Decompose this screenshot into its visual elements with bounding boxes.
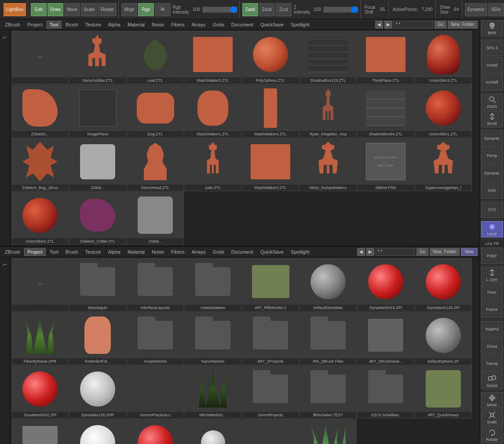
tool-new-folder-button[interactable]: New Folder: [448, 21, 478, 29]
menu-item-fibers-tool[interactable]: Fibers: [168, 21, 188, 29]
tool-item-zsketch3[interactable]: ZSket...: [127, 192, 184, 245]
mrgb-button[interactable]: Mrgb: [121, 3, 137, 16]
dynamic-button[interactable]: Dynamic: [481, 130, 503, 146]
proj-item-ir5[interactable]: IR5_ZBrush Files: [299, 312, 357, 365]
tool-item-thickplane[interactable]: ThickPlane.ZTL: [357, 31, 414, 84]
rgb-intensity-slider[interactable]: [202, 7, 237, 13]
actual-button[interactable]: Actual: [481, 57, 503, 73]
tool-item-superaverage[interactable]: SuperAverageMan_l: [415, 138, 472, 191]
local-button[interactable]: Local: [481, 221, 503, 237]
zoom-button[interactable]: Zoom: [481, 94, 503, 110]
proj-item-groomsh[interactable]: GroomPracticeSh: [242, 419, 299, 444]
transp-button[interactable]: Transp: [481, 355, 503, 371]
tool-item-zsketch-bug[interactable]: ZSketch_Bug_JDrus: [11, 138, 69, 191]
menu-item-quicksave-proj[interactable]: QuickSave: [257, 248, 287, 256]
menu-item-quicksave-tool[interactable]: QuickSave: [257, 21, 287, 29]
menu-item-project-tool[interactable]: Project: [24, 21, 45, 29]
zcut-button[interactable]: Zcut: [276, 3, 292, 16]
tool-item-demohead[interactable]: DemoHead.ZTL: [127, 138, 184, 191]
menu-item-spotlight-proj[interactable]: Spotlight: [288, 248, 313, 256]
menu-item-alpha-proj[interactable]: Alpha: [105, 248, 124, 256]
menu-item-grids-tool[interactable]: Grids: [209, 21, 227, 29]
tool-item-nickz[interactable]: Nickz_humanMaleAv: [299, 138, 357, 191]
menu-item-project-proj[interactable]: Project: [24, 248, 45, 256]
tool-nav-next[interactable]: ▶: [384, 21, 392, 29]
zadd-button[interactable]: Zadd: [242, 3, 258, 16]
proj-nav-prev[interactable]: ◀: [357, 248, 365, 256]
menu-item-grids-proj[interactable]: Grids: [209, 248, 227, 256]
scale-button[interactable]: Scale: [81, 3, 97, 16]
tool-item-demosoldier[interactable]: DemoSoldier.ZTL: [69, 31, 126, 84]
tool-item-ryan[interactable]: Ryan_Kingslien_Ana: [299, 84, 357, 138]
proj-nav-next[interactable]: ▶: [366, 248, 374, 256]
proj-item-quickheavy[interactable]: 4R7_QuickHeavy: [415, 365, 472, 419]
tool-nav-prev[interactable]: ◀: [375, 21, 383, 29]
tool-search-input[interactable]: [394, 21, 433, 29]
menu-item-material-tool[interactable]: Material: [124, 21, 148, 29]
spix3-button[interactable]: SPix 3: [481, 40, 503, 56]
proj-item-multifibers[interactable]: MultiFibers.Z...: [299, 419, 357, 444]
move-right-button[interactable]: Move: [481, 392, 503, 408]
proj-item-demoprojects[interactable]: DemoProjects: [242, 365, 299, 419]
tool-item-unionskin1[interactable]: UnionSkin1.ZTL: [415, 84, 472, 138]
proj-item-arbeit[interactable]: Arbeitsdateien: [184, 258, 241, 311]
proj-item-defaultwax[interactable]: DefaultWaxSphe: [69, 419, 126, 444]
proj-item-defaultdyna[interactable]: DefaultDynaWax: [299, 258, 357, 311]
tool-item-imageplane[interactable]: ImagePlane: [69, 84, 126, 138]
proj-new-folder-button[interactable]: New Folder: [430, 248, 460, 256]
proj-item-dynam128[interactable]: DynaMesh128.ZPl: [415, 258, 472, 311]
proj-item-dotdot[interactable]: .. ..: [11, 258, 69, 311]
proj-item-defaultsphere[interactable]: DefaultSphere.ZP: [415, 312, 472, 365]
tool-go-button[interactable]: Go: [435, 21, 446, 29]
menu-item-brush-tool[interactable]: Brush: [62, 21, 81, 29]
proj-item-dynam016[interactable]: DynaMesh016.ZPl: [357, 258, 414, 311]
menu-item-material-proj[interactable]: Material: [124, 248, 148, 256]
scale-right-button[interactable]: Scale: [481, 409, 503, 426]
menu-item-noise-tool[interactable]: Noise: [149, 21, 167, 29]
menu-item-arrays-proj[interactable]: Arrays: [189, 248, 209, 256]
proj-item-zprojects[interactable]: 4R7_ZProjects: [242, 312, 299, 365]
tool-item-polysphere[interactable]: PolySphere.ZTL: [242, 31, 299, 84]
rotate-right-button[interactable]: Rotate: [481, 426, 503, 443]
totalpo-button[interactable]: TotalPoi: [481, 321, 503, 337]
xpose-button[interactable]: Xpose: [481, 373, 503, 389]
tool-item-matchmaker3[interactable]: MatchMaker3.ZTL: [184, 31, 241, 84]
z-intensity-slider[interactable]: [323, 7, 358, 13]
tool-item-dotdot[interactable]: .. ..: [11, 31, 69, 84]
proj-item-arraymeshes[interactable]: ArrayMeshes: [127, 312, 184, 365]
floor-button[interactable]: Floor: [481, 284, 503, 300]
tool-item-sbref[interactable]: BACK FRONT—BOTTOM SBRef.PSD: [357, 138, 414, 191]
proj-item-interface[interactable]: InterfaceLayouts: [127, 258, 184, 311]
tool-item-unionskin3[interactable]: UnionSkin3.ZTL: [415, 31, 472, 84]
menu-item-document-tool[interactable]: Document: [228, 21, 256, 29]
menu-item-alpha-tool[interactable]: Alpha: [105, 21, 124, 29]
menu-item-spotlight-tool[interactable]: Spotlight: [288, 21, 313, 29]
menu-item-zbrush-tool[interactable]: ZBrush: [2, 21, 23, 29]
proj-item-dynam032[interactable]: DynaMesh032.ZPl: [11, 365, 69, 419]
proj-item-zbrushsear[interactable]: 4R7_ZBrushSear...: [357, 312, 414, 365]
menu-item-fibers-proj[interactable]: Fibers: [168, 248, 188, 256]
proj-item-groomlc[interactable]: GroomPracticeLc: [127, 365, 184, 419]
draw-button[interactable]: Draw: [47, 3, 63, 16]
persp-button[interactable]: Persp: [481, 148, 503, 164]
tool-item-shadowbox128[interactable]: ShadowBox128.ZTL: [299, 31, 357, 84]
polyf-button[interactable]: PolyF: [481, 247, 503, 264]
proj-item-rifle[interactable]: 4R7_RifleModel.Z: [242, 258, 299, 311]
proj-item-ffelschalen[interactable]: ffelschalen TEST: [299, 365, 357, 419]
aahalf-button[interactable]: AAHalf: [481, 74, 503, 91]
scroll-button[interactable]: Scroll: [481, 111, 503, 127]
proj-item-micromesh[interactable]: MicroMesh01...: [184, 365, 241, 419]
menu-item-document-proj[interactable]: Document: [228, 248, 256, 256]
solo-button[interactable]: Solo: [481, 182, 503, 198]
proj-item-t15[interactable]: t15 in Scheiben,: [357, 365, 414, 419]
sdiv-button[interactable]: SDiv: [488, 3, 504, 16]
move-button[interactable]: Move: [64, 3, 80, 16]
tool-item-matchmaker4[interactable]: MatchMaker4.ZTL: [242, 84, 299, 138]
menu-item-tool[interactable]: Tool: [47, 21, 62, 29]
edit-button[interactable]: Edit: [31, 3, 47, 16]
rotate-button[interactable]: Rotate: [98, 3, 116, 16]
tool-item-zsketch2[interactable]: ZSket...: [69, 138, 126, 191]
proj-lightbox-back-icon[interactable]: ⌐: [1, 259, 9, 270]
menu-item-texture-tool[interactable]: Texture: [82, 21, 104, 29]
tool-item-leaf[interactable]: Leaf.ZTL: [127, 31, 184, 84]
